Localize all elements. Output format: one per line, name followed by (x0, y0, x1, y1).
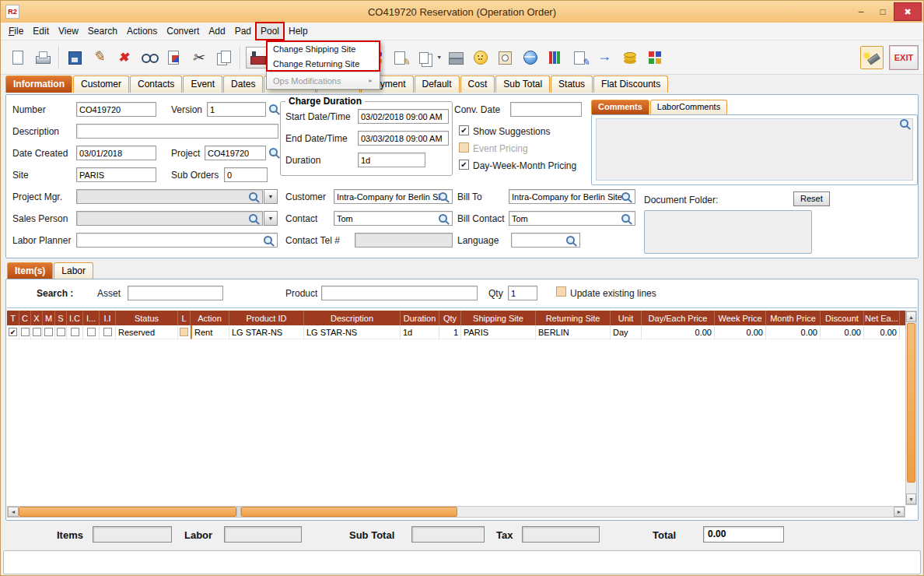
product-input[interactable] (321, 286, 478, 300)
contact-search-icon[interactable] (438, 213, 450, 225)
tab-contacts[interactable]: Contacts (130, 76, 182, 93)
column-header-m[interactable]: M (43, 311, 55, 325)
cell-discount[interactable]: 0.00 (821, 325, 864, 339)
note-button[interactable] (389, 46, 412, 69)
labor-planner-search-icon[interactable] (263, 235, 275, 247)
cell-x[interactable] (31, 325, 43, 339)
menu-add[interactable]: Add (204, 23, 229, 40)
site-field[interactable]: PARIS (76, 167, 156, 182)
language-search-icon[interactable] (565, 235, 577, 247)
edit-button[interactable] (88, 46, 111, 69)
customer-search-icon[interactable] (438, 191, 450, 203)
column-header-i-i[interactable]: I.I (100, 311, 116, 325)
project-mgr-dropdown-button[interactable]: ▼ (264, 189, 278, 204)
column-header-duration[interactable]: Duration (401, 311, 439, 325)
start-datetime-field[interactable]: 03/02/2018 09:00 AM (358, 109, 449, 124)
column-header-shipping-site[interactable]: Shipping Site (461, 311, 536, 325)
row-checkbox-l[interactable] (180, 328, 188, 336)
maximize-button[interactable]: □ (872, 3, 894, 20)
column-header-net-ea[interactable]: Net Ea... (864, 311, 900, 325)
cell-unit[interactable]: Day (611, 325, 642, 339)
minimize-button[interactable]: – (850, 3, 872, 20)
column-header-day-each-price[interactable]: Day/Each Price (642, 311, 715, 325)
column-header-month-price[interactable]: Month Price (766, 311, 821, 325)
cell-i-c[interactable] (67, 325, 83, 339)
menu-search[interactable]: Search (83, 23, 122, 40)
find-replace-button[interactable] (163, 46, 186, 69)
flashlight-button[interactable] (860, 46, 884, 69)
column-header-x[interactable]: X (31, 311, 43, 325)
cell-t[interactable] (7, 325, 19, 339)
row-checkbox-t[interactable] (9, 328, 17, 336)
cell-duration[interactable]: 1d (401, 325, 439, 339)
tab-labor[interactable]: Labor (54, 262, 93, 279)
tab-default[interactable]: Default (415, 76, 460, 93)
row-checkbox-i-c[interactable] (71, 328, 79, 336)
contact-field[interactable]: Tom (334, 211, 453, 226)
cell-qty[interactable]: 1 (439, 325, 461, 339)
row-checkbox-x[interactable] (33, 328, 41, 336)
smiley-button[interactable] (469, 46, 492, 69)
labor-planner-field[interactable] (76, 233, 278, 248)
cell-c[interactable] (19, 325, 31, 339)
tab-event[interactable]: Event (183, 76, 222, 93)
update-existing-lines-checkbox[interactable] (556, 286, 566, 297)
scroll-down-button[interactable]: ▼ (906, 493, 916, 504)
find-button[interactable] (138, 46, 161, 69)
bill-to-search-icon[interactable] (621, 191, 632, 203)
sales-person-search-icon[interactable] (248, 213, 260, 225)
link-button[interactable] (593, 46, 617, 69)
end-datetime-field[interactable]: 03/03/2018 09:00 AM (358, 131, 449, 146)
menu-actions[interactable]: Actions (122, 23, 162, 40)
menu-convert[interactable]: Convert (162, 23, 204, 40)
cell-status[interactable]: Reserved (116, 325, 178, 339)
summary-sub-total-field[interactable] (411, 526, 485, 543)
menu-pad[interactable]: Pad (230, 23, 256, 40)
copy-button[interactable] (212, 46, 236, 69)
cell-product-id[interactable]: LG STAR-NS (229, 325, 304, 339)
menu-edit[interactable]: Edit (28, 23, 54, 40)
globe-button[interactable] (519, 46, 542, 69)
column-header-i-c[interactable]: I.C (67, 311, 83, 325)
sales-person-dropdown-button[interactable]: ▼ (264, 211, 278, 226)
column-header-returning-site[interactable]: Returning Site (536, 311, 611, 325)
menu-file[interactable]: File (4, 23, 28, 40)
reset-button[interactable]: Reset (793, 191, 830, 206)
documents-button[interactable] (414, 46, 437, 69)
project-mgr-search-icon[interactable] (248, 191, 260, 203)
new-document-button[interactable] (6, 46, 30, 69)
column-header-t[interactable]: T (7, 311, 19, 325)
tab-flat-discounts[interactable]: Flat Discounts (593, 76, 668, 93)
row-checkbox-s[interactable] (57, 328, 65, 336)
project-search-icon[interactable] (268, 147, 280, 159)
row-checkbox-m[interactable] (44, 328, 53, 336)
scroll-up-button[interactable]: ▲ (906, 311, 916, 322)
vertical-scrollbar[interactable]: ▲ ▼ (905, 311, 917, 505)
books-button[interactable] (544, 46, 567, 69)
tab-cost[interactable]: Cost (460, 76, 495, 93)
description-field[interactable] (76, 124, 278, 139)
column-header-i[interactable]: I... (83, 311, 100, 325)
summary-items-field[interactable] (93, 526, 172, 543)
column-header-s[interactable]: S (55, 311, 67, 325)
cell-day-each-price[interactable]: 0.00 (642, 325, 715, 339)
row-checkbox-i[interactable] (87, 328, 96, 336)
cell-description[interactable]: LG STAR-NS (304, 325, 401, 339)
column-header-l[interactable]: L (178, 311, 191, 325)
bill-to-field[interactable]: Intra-Company for Berlin Site (509, 189, 635, 204)
duration-field[interactable]: 1d (358, 153, 425, 167)
customer-field[interactable]: Intra-Company for Berlin Site (334, 189, 453, 204)
bill-contact-field[interactable]: Tom (509, 211, 635, 226)
tab-item-s[interactable]: Item(s) (7, 262, 53, 279)
documents-dropdown-icon[interactable]: ▼ (436, 54, 442, 60)
cubes-button[interactable] (643, 46, 667, 69)
number-field[interactable]: CO419720 (76, 102, 156, 117)
cell-i-i[interactable] (100, 325, 116, 339)
date-created-field[interactable]: 03/01/2018 (76, 146, 156, 160)
version-field[interactable]: 1 (207, 102, 266, 117)
menu-help[interactable]: Help (284, 23, 313, 40)
row-checkbox-c[interactable] (21, 328, 30, 336)
edit-notes-button[interactable] (569, 46, 592, 69)
tab-comments[interactable]: Comments (591, 100, 649, 114)
show-suggestions-checkbox[interactable] (459, 125, 469, 135)
